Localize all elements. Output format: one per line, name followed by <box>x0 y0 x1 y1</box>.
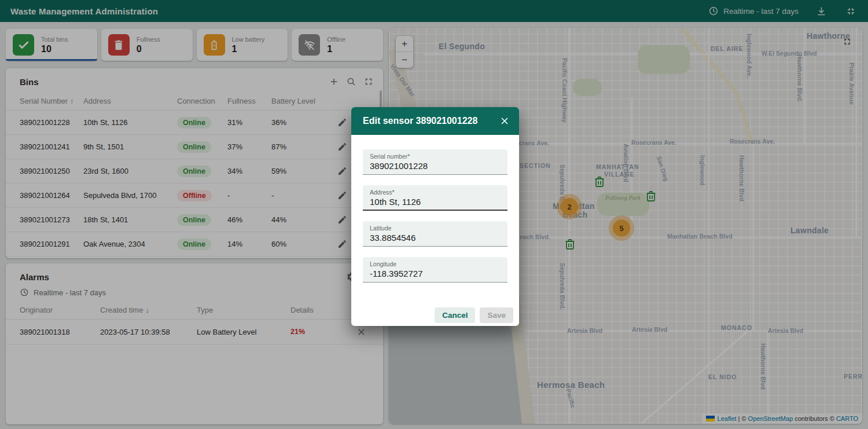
field-label: Address* <box>370 189 501 196</box>
dialog-body: Serial number*389021001228Address*10th S… <box>351 135 519 283</box>
field-label: Latitude <box>370 225 501 232</box>
save-button[interactable]: Save <box>480 307 513 323</box>
field-value: 10th St, 1126 <box>370 197 421 207</box>
close-icon <box>499 116 510 126</box>
edit-sensor-dialog: Edit sensor 389021001228 Serial number*3… <box>351 107 519 326</box>
dialog-title: Edit sensor 389021001228 <box>363 116 477 126</box>
field-value: 389021001228 <box>370 161 428 171</box>
close-dialog-button[interactable] <box>498 115 511 127</box>
address-field[interactable]: Address*10th St, 1126 <box>363 185 507 211</box>
field-value: 33.8854546 <box>370 233 415 243</box>
longitude-field[interactable]: Longitude-118.3952727 <box>363 257 507 283</box>
field-value: -118.3952727 <box>370 269 422 278</box>
cancel-button[interactable]: Cancel <box>435 307 475 323</box>
latitude-field[interactable]: Latitude33.8854546 <box>363 221 507 247</box>
field-label: Serial number* <box>370 153 501 160</box>
field-label: Longitude <box>370 261 501 267</box>
serial-number-field[interactable]: Serial number*389021001228 <box>363 149 507 175</box>
